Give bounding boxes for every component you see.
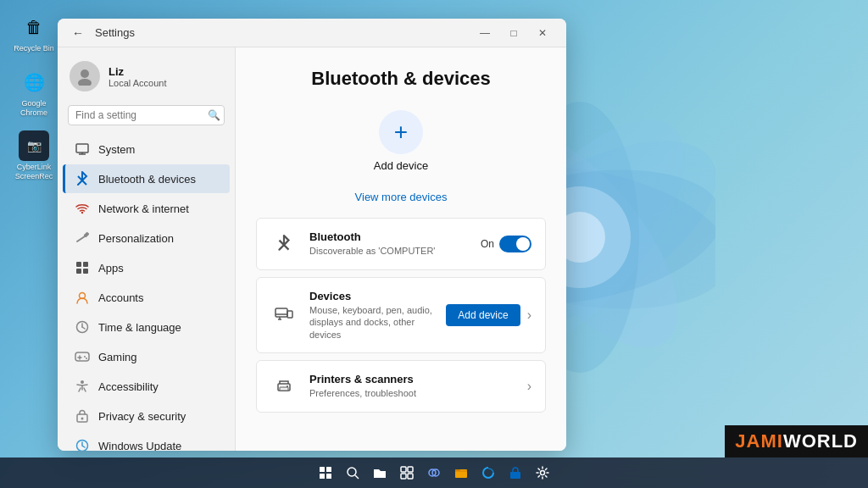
taskbar-chat[interactable]	[422, 461, 446, 485]
sidebar-item-gaming[interactable]: Gaming	[63, 342, 230, 371]
time-icon	[75, 319, 90, 335]
user-profile[interactable]: Liz Local Account	[58, 47, 235, 102]
sidebar-item-time[interactable]: Time & language	[63, 313, 230, 341]
devices-card-action: Add device ›	[446, 304, 531, 326]
svg-rect-42	[326, 467, 331, 472]
title-bar: ← Settings — □ ✕	[58, 19, 566, 47]
sidebar-item-bluetooth[interactable]: Bluetooth & devices	[63, 164, 230, 193]
back-button[interactable]: ←	[68, 23, 88, 43]
taskbar-files[interactable]	[368, 461, 392, 485]
desktop-icon-recycle[interactable]: 🗑 Recycle Bin	[8, 8, 59, 57]
devices-card-name: Devices	[309, 290, 434, 302]
svg-rect-18	[76, 269, 81, 274]
svg-rect-44	[326, 474, 331, 479]
accounts-icon	[75, 290, 90, 305]
devices-chevron: ›	[527, 308, 531, 323]
main-content: Bluetooth & devices + Add device View mo…	[236, 47, 566, 451]
add-device-area: + Add device	[256, 110, 546, 172]
taskbar-start[interactable]	[314, 461, 337, 485]
bluetooth-toggle-container: On	[481, 236, 531, 252]
svg-line-46	[355, 475, 359, 479]
sidebar-item-accessibility[interactable]: Accessibility	[63, 372, 230, 401]
bluetooth-toggle[interactable]	[499, 236, 531, 252]
printers-chevron: ›	[527, 379, 531, 394]
close-button[interactable]: ✕	[529, 22, 556, 44]
taskbar-search[interactable]	[341, 461, 364, 485]
svg-rect-41	[320, 467, 325, 472]
system-icon	[75, 141, 90, 157]
window-title: Settings	[88, 26, 471, 39]
svg-rect-48	[408, 467, 413, 472]
taskbar	[0, 458, 868, 488]
update-icon	[75, 438, 90, 451]
add-device-circle-button[interactable]: +	[379, 110, 423, 154]
sidebar: Liz Local Account 🔍 System	[58, 47, 236, 451]
taskbar-explorer[interactable]	[449, 461, 473, 485]
bluetooth-card: Bluetooth Discoverable as 'COMPUTER' On	[256, 218, 546, 270]
desktop-icon-chrome[interactable]: 🌐 Google Chrome	[8, 64, 59, 121]
settings-content: Liz Local Account 🔍 System	[58, 47, 566, 451]
sidebar-item-privacy-label: Privacy & security	[98, 410, 186, 423]
taskbar-widgets[interactable]	[395, 461, 419, 485]
add-device-label: Add device	[374, 159, 428, 172]
settings-window: ← Settings — □ ✕	[58, 19, 566, 451]
sidebar-item-time-label: Time & language	[98, 321, 181, 334]
sidebar-item-apps[interactable]: Apps	[63, 253, 230, 282]
personalization-icon	[75, 230, 90, 246]
view-more-anchor[interactable]: View more devices	[355, 191, 448, 203]
svg-point-29	[81, 380, 84, 384]
user-avatar	[70, 61, 100, 92]
desktop-icons-container: 🗑 Recycle Bin 🌐 Google Chrome 📷 CyberLin…	[8, 8, 59, 185]
svg-rect-50	[408, 474, 413, 479]
search-box[interactable]: 🔍	[68, 105, 225, 125]
watermark-world: WORLD	[783, 430, 858, 452]
sidebar-item-gaming-label: Gaming	[98, 351, 137, 363]
taskbar-settings[interactable]	[531, 461, 554, 485]
devices-card-info: Devices Mouse, keyboard, pen, audio, dis…	[309, 290, 434, 341]
desktop-icon-cyberlink[interactable]: 📷 CyberLink ScreenRec	[8, 127, 59, 185]
sidebar-item-privacy[interactable]: Privacy & security	[63, 402, 230, 430]
bluetooth-card-icon	[270, 230, 298, 258]
svg-rect-16	[76, 262, 81, 267]
sidebar-item-update[interactable]: Windows Update	[63, 431, 230, 451]
svg-rect-24	[75, 352, 89, 361]
search-input[interactable]	[75, 109, 203, 121]
sidebar-item-personalization-label: Personalization	[98, 232, 174, 245]
sidebar-item-personalization[interactable]: Personalization	[63, 224, 230, 252]
taskbar-edge[interactable]	[476, 461, 500, 485]
printers-card-icon	[270, 373, 298, 400]
sidebar-item-accounts[interactable]: Accounts	[63, 283, 230, 312]
svg-point-56	[541, 471, 545, 475]
svg-point-40	[287, 385, 288, 387]
printers-card-info: Printers & scanners Preferences, trouble…	[309, 373, 515, 399]
printers-card: Printers & scanners Preferences, trouble…	[256, 360, 546, 413]
user-account-type: Local Account	[108, 78, 167, 88]
sidebar-item-apps-label: Apps	[98, 262, 124, 274]
svg-point-27	[84, 356, 86, 358]
sidebar-item-system[interactable]: System	[63, 135, 230, 164]
view-more-link[interactable]: View more devices	[256, 189, 546, 204]
svg-point-13	[81, 212, 83, 214]
minimize-button[interactable]: —	[471, 22, 498, 44]
svg-rect-47	[401, 467, 406, 472]
bluetooth-status-label: On	[481, 238, 494, 250]
svg-point-9	[78, 79, 92, 86]
taskbar-store[interactable]	[504, 461, 527, 485]
devices-card-icon	[270, 302, 298, 329]
bluetooth-card-info: Bluetooth Discoverable as 'COMPUTER'	[309, 230, 469, 257]
svg-rect-10	[76, 144, 88, 152]
devices-add-button[interactable]: Add device	[446, 304, 520, 326]
bluetooth-card-name: Bluetooth	[309, 230, 469, 243]
sidebar-item-network[interactable]: Network & internet	[63, 194, 230, 223]
svg-line-23	[82, 327, 85, 329]
sidebar-item-network-label: Network & internet	[98, 202, 189, 215]
gaming-icon	[75, 349, 90, 364]
svg-rect-17	[83, 262, 88, 267]
bluetooth-card-desc: Discoverable as 'COMPUTER'	[309, 245, 469, 257]
sidebar-item-system-label: System	[98, 143, 135, 156]
user-name: Liz	[108, 65, 167, 78]
bluetooth-icon	[75, 171, 90, 186]
maximize-button[interactable]: □	[500, 22, 527, 44]
svg-rect-34	[287, 311, 292, 318]
sidebar-item-accessibility-label: Accessibility	[98, 380, 159, 393]
